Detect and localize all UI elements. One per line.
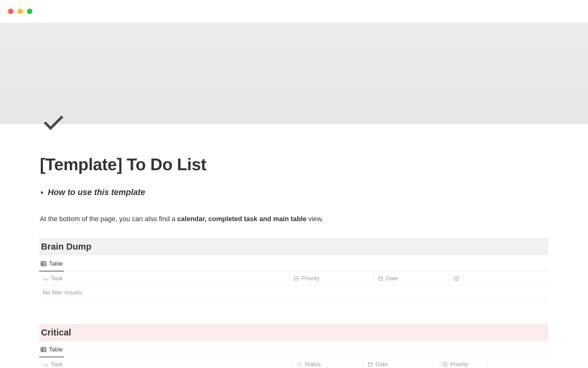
column-label: Date bbox=[386, 275, 398, 282]
view-tabs-critical: Table bbox=[39, 343, 548, 357]
view-tab-table[interactable]: Table bbox=[39, 343, 64, 357]
table-icon bbox=[40, 347, 47, 353]
page-title[interactable]: [Template] To Do List bbox=[40, 155, 548, 174]
column-label: Date bbox=[375, 361, 388, 368]
column-header-date[interactable]: Date bbox=[364, 357, 439, 368]
select-property-icon bbox=[293, 276, 299, 281]
column-header-date[interactable]: Date bbox=[374, 271, 449, 285]
calendar-property-icon bbox=[368, 362, 373, 367]
svg-point-5 bbox=[294, 276, 298, 281]
svg-rect-6 bbox=[379, 277, 383, 280]
section-heading-brain-dump[interactable]: Brain Dump bbox=[39, 238, 548, 255]
window-titlebar bbox=[0, 0, 588, 23]
checkbox-property-icon bbox=[454, 276, 459, 281]
checkmark-icon bbox=[42, 111, 66, 135]
body-text-bold: calendar, completed task and main table bbox=[177, 215, 307, 223]
column-header-status[interactable]: Status bbox=[293, 357, 364, 368]
view-tab-label: Table bbox=[49, 346, 63, 353]
column-header-priority[interactable]: Priority bbox=[439, 357, 488, 368]
svg-rect-16 bbox=[368, 362, 372, 366]
page-content: [Template] To Do List How to use this te… bbox=[0, 124, 588, 368]
calendar-property-icon bbox=[378, 276, 383, 281]
toggle-triangle-icon bbox=[40, 190, 45, 195]
table-header-critical: Aa Task Status Date bbox=[39, 357, 548, 368]
status-property-icon bbox=[296, 362, 302, 367]
svg-rect-9 bbox=[41, 347, 46, 352]
toggle-how-to-use[interactable]: How to use this template bbox=[40, 188, 548, 197]
column-label: Task bbox=[51, 361, 63, 368]
close-window-icon[interactable] bbox=[8, 9, 13, 14]
column-label: Priority bbox=[450, 361, 468, 368]
column-header-task[interactable]: Aa Task bbox=[39, 271, 290, 285]
page-cover[interactable] bbox=[0, 23, 588, 124]
minimize-window-icon[interactable] bbox=[17, 9, 23, 14]
body-text-post: view. bbox=[307, 215, 323, 223]
svg-text:Aa: Aa bbox=[43, 362, 48, 367]
column-header-add[interactable] bbox=[488, 357, 548, 368]
column-label: Task bbox=[51, 275, 63, 282]
toggle-heading-text: How to use this template bbox=[48, 188, 145, 197]
table-header-brain-dump: Aa Task Priority Date bbox=[39, 271, 548, 286]
empty-results-row: No filter results. bbox=[39, 286, 548, 300]
section-brain-dump: Brain Dump Table Aa Task bbox=[39, 238, 548, 300]
table-icon bbox=[40, 261, 47, 267]
column-header-add[interactable] bbox=[464, 271, 548, 285]
svg-text:Aa: Aa bbox=[43, 276, 48, 281]
view-tab-label: Table bbox=[49, 260, 63, 267]
section-critical: Critical Table Aa Task bbox=[39, 324, 548, 368]
select-property-icon bbox=[442, 362, 448, 367]
view-tab-table[interactable]: Table bbox=[39, 257, 64, 271]
text-property-icon: Aa bbox=[43, 362, 48, 367]
maximize-window-icon[interactable] bbox=[27, 9, 32, 14]
column-header-checkbox[interactable] bbox=[449, 271, 464, 285]
column-label: Status bbox=[304, 361, 321, 368]
view-tabs-brain-dump: Table bbox=[39, 257, 548, 271]
svg-point-15 bbox=[299, 364, 300, 365]
column-header-task[interactable]: Aa Task bbox=[39, 357, 293, 368]
svg-point-18 bbox=[443, 362, 447, 366]
body-text-pre: At the bottom of the page, you can also … bbox=[40, 215, 177, 223]
column-header-priority[interactable]: Priority bbox=[290, 271, 374, 285]
column-label: Priority bbox=[301, 275, 319, 282]
page-icon-checkmark[interactable] bbox=[41, 111, 66, 136]
text-property-icon: Aa bbox=[43, 276, 48, 281]
section-heading-critical[interactable]: Critical bbox=[39, 324, 548, 341]
svg-rect-0 bbox=[41, 262, 46, 266]
body-description[interactable]: At the bottom of the page, you can also … bbox=[40, 214, 548, 224]
